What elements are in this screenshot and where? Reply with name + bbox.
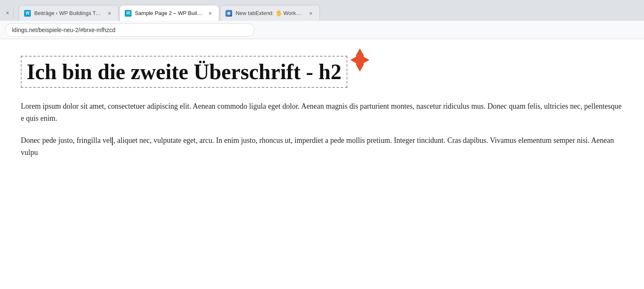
tab3-title: New tabExtend: 🖐 Workspace [235, 10, 304, 16]
tab-separator [13, 8, 14, 18]
heading-box: Ich bin die zweite Überschrift - h2 [21, 56, 347, 88]
tab-sample-page[interactable]: W Sample Page 2 – WP Buildings… × [119, 5, 219, 21]
url-input[interactable] [5, 23, 255, 37]
svg-marker-2 [356, 48, 364, 55]
tab3-close-button[interactable]: × [307, 10, 315, 17]
svg-marker-3 [356, 65, 364, 72]
tab-bar-left: × [0, 5, 19, 21]
address-bar [0, 21, 644, 39]
tab-new-tabextend[interactable]: New tabExtend: 🖐 Workspace × [220, 5, 320, 21]
paragraph-2: Donec pede justo, fringilla vel, aliquet… [21, 135, 623, 159]
tab2-favicon: W [125, 10, 131, 17]
tab2-title: Sample Page 2 – WP Buildings… [135, 10, 203, 16]
svg-marker-5 [363, 56, 369, 64]
wp-favicon2-icon: W [125, 10, 131, 17]
svg-marker-4 [350, 56, 357, 64]
svg-rect-6 [356, 55, 364, 65]
tab1-favicon: W [24, 10, 31, 17]
page-heading: Ich bin die zweite Überschrift - h2 [27, 60, 342, 84]
svg-rect-1 [228, 12, 230, 15]
paragraph2-text-before: Donec pede justo, fringilla vel [21, 136, 111, 144]
wp-favicon-icon: W [24, 10, 31, 17]
browser-window: × W Beiträge ‹ WP Buildings Templ… × W S… [0, 0, 644, 289]
tab1-close-button[interactable]: × [106, 10, 113, 17]
tab-beitrage[interactable]: W Beiträge ‹ WP Buildings Templ… × [19, 5, 119, 21]
ext-favicon-icon [225, 10, 232, 17]
tab-bar: × W Beiträge ‹ WP Buildings Templ… × W S… [0, 0, 644, 21]
tab2-close-button[interactable]: × [206, 10, 214, 17]
move-cursor-icon [349, 47, 370, 72]
first-close-button[interactable]: × [3, 9, 12, 17]
page-content: Ich bin die zweite Überschrift - h2 [0, 39, 644, 289]
paragraph-1: Lorem ipsum dolor sit amet, consectetuer… [21, 100, 623, 125]
tab1-title: Beiträge ‹ WP Buildings Templ… [34, 10, 102, 16]
heading-container: Ich bin die zweite Überschrift - h2 [21, 56, 347, 88]
tab3-favicon [225, 10, 232, 17]
